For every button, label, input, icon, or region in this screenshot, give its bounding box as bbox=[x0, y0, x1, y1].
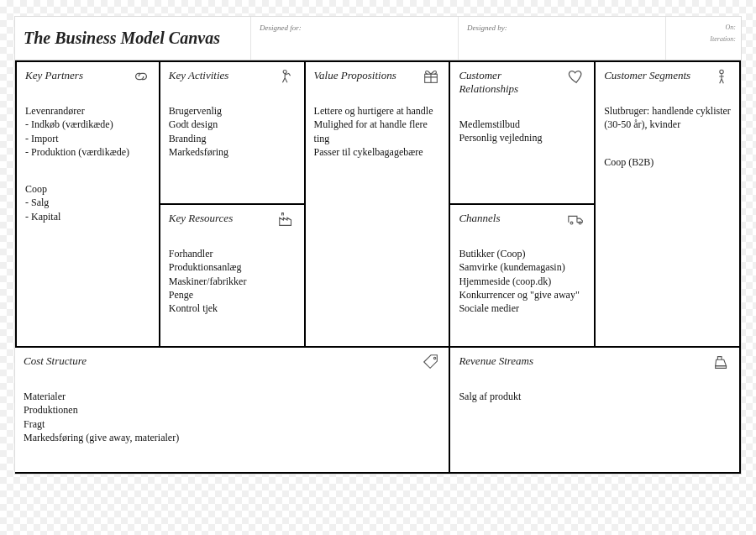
cell-channels: Channels Butikker (Coop) Samvirke (kunde… bbox=[450, 205, 596, 348]
body-revenue-streams: Salg af produkt bbox=[459, 376, 731, 417]
cell-customer-segments: Customer Segments Slutbruger: handlende … bbox=[596, 62, 741, 348]
designed-for-label: Designed for: bbox=[260, 24, 302, 32]
cash-register-icon bbox=[711, 353, 732, 371]
canvas-grid: Key Partners Levenrandører - Indkøb (vær… bbox=[15, 60, 741, 474]
text-block: Materialer Produktionen Fragt Markedsfør… bbox=[24, 390, 440, 444]
body-key-partners: Levenrandører - Indkøb (værdikæde) - Imp… bbox=[25, 91, 150, 237]
svg-point-0 bbox=[283, 70, 286, 73]
title-customer-relationships: Customer Relationships bbox=[459, 69, 558, 96]
worker-icon bbox=[276, 67, 297, 86]
body-cost-structure: Materialer Produktionen Fragt Markedsfør… bbox=[24, 376, 440, 458]
svg-point-3 bbox=[579, 222, 581, 224]
title-key-resources: Key Resources bbox=[169, 212, 268, 225]
title-channels: Channels bbox=[459, 212, 558, 225]
body-key-resources: Forhandler Produktionsanlæg Maskiner/fab… bbox=[169, 233, 296, 328]
cell-value-propositions: Value Propositions Lettere og hurtigere … bbox=[306, 62, 451, 348]
truck-icon bbox=[565, 210, 587, 228]
body-value-propositions: Lettere og hurtigere at handle Mulighed … bbox=[314, 91, 441, 172]
title-revenue-streams: Revenue Streams bbox=[459, 354, 627, 368]
body-key-activities: Brugervenlig Godt design Branding Marked… bbox=[169, 91, 296, 172]
canvas-sheet: The Business Model Canvas Designed for: … bbox=[15, 17, 741, 474]
svg-point-4 bbox=[720, 70, 723, 73]
text-block: Butikker (Coop) Samvirke (kundemagasin) … bbox=[459, 247, 585, 315]
text-block: Coop - Salg - Kapital bbox=[25, 182, 150, 223]
person-icon bbox=[711, 67, 732, 86]
body-customer-relationships: Medlemstilbud Personlig vejledning bbox=[459, 104, 585, 159]
cell-key-activities: Key Activities Brugervenlig Godt design … bbox=[160, 62, 306, 205]
text-block: Slutbruger: handlende cyklister (30-50 å… bbox=[604, 104, 731, 131]
header: The Business Model Canvas Designed for: … bbox=[15, 17, 741, 60]
designed-by-label: Designed by: bbox=[467, 24, 507, 32]
cell-cost-structure: Cost Structure Materialer Produktionen F… bbox=[15, 348, 450, 474]
text-block: Levenrandører - Indkøb (værdikæde) - Imp… bbox=[25, 104, 150, 159]
body-channels: Butikker (Coop) Samvirke (kundemagasin) … bbox=[459, 233, 585, 328]
on-label: On: bbox=[671, 22, 736, 34]
tag-icon bbox=[420, 353, 442, 371]
text-block: Medlemstilbud Personlig vejledning bbox=[459, 118, 585, 144]
text-block: Salg af produkt bbox=[459, 390, 731, 403]
svg-point-5 bbox=[434, 357, 436, 359]
header-meta: On: Iteration: bbox=[665, 17, 741, 60]
cell-key-resources: Key Resources Forhandler Produktionsanlæ… bbox=[160, 205, 306, 348]
text-block: Lettere og hurtigere at handle Mulighed … bbox=[314, 104, 441, 159]
body-customer-segments: Slutbruger: handlende cyklister (30-50 å… bbox=[604, 91, 731, 182]
designed-by-field: Designed by: bbox=[458, 17, 665, 60]
title-key-partners: Key Partners bbox=[25, 69, 124, 82]
heart-icon bbox=[565, 67, 587, 86]
title-cost-structure: Cost Structure bbox=[24, 354, 192, 368]
title-key-activities: Key Activities bbox=[169, 69, 268, 82]
factory-icon bbox=[276, 210, 297, 228]
title-value-propositions: Value Propositions bbox=[314, 69, 413, 82]
text-block: Brugervenlig Godt design Branding Marked… bbox=[169, 104, 296, 159]
text-block: Coop (B2B) bbox=[604, 155, 731, 169]
cell-customer-relationships: Customer Relationships Medlemstilbud Per… bbox=[450, 62, 596, 205]
iteration-label: Iteration: bbox=[671, 34, 736, 45]
svg-point-2 bbox=[570, 222, 573, 224]
link-icon bbox=[130, 67, 152, 86]
designed-for-field: Designed for: bbox=[250, 17, 458, 60]
title-customer-segments: Customer Segments bbox=[604, 69, 703, 82]
document-title: The Business Model Canvas bbox=[15, 17, 250, 60]
cell-key-partners: Key Partners Levenrandører - Indkøb (vær… bbox=[15, 62, 160, 348]
text-block: Forhandler Produktionsanlæg Maskiner/fab… bbox=[169, 247, 296, 315]
cell-revenue-streams: Revenue Streams Salg af produkt bbox=[450, 348, 741, 474]
gift-icon bbox=[420, 67, 442, 86]
